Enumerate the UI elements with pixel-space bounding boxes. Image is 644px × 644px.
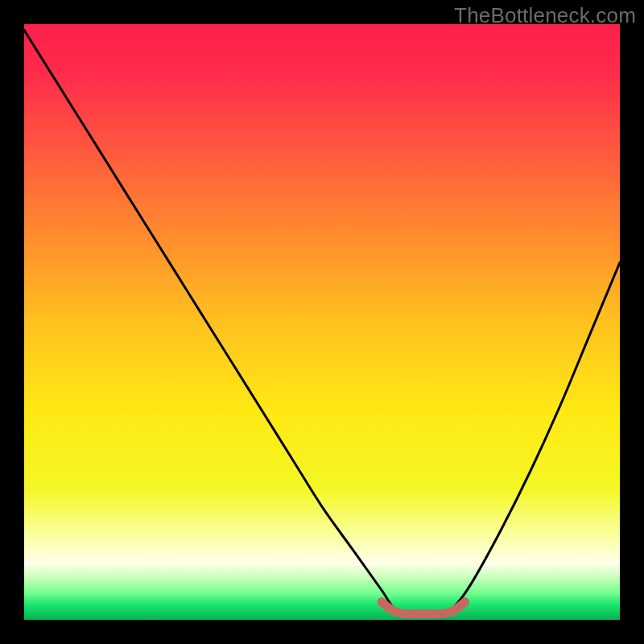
- watermark-text: TheBottleneck.com: [454, 3, 636, 28]
- gradient-background: [24, 24, 620, 620]
- bottleneck-chart: [0, 0, 644, 644]
- chart-frame: TheBottleneck.com: [0, 0, 644, 644]
